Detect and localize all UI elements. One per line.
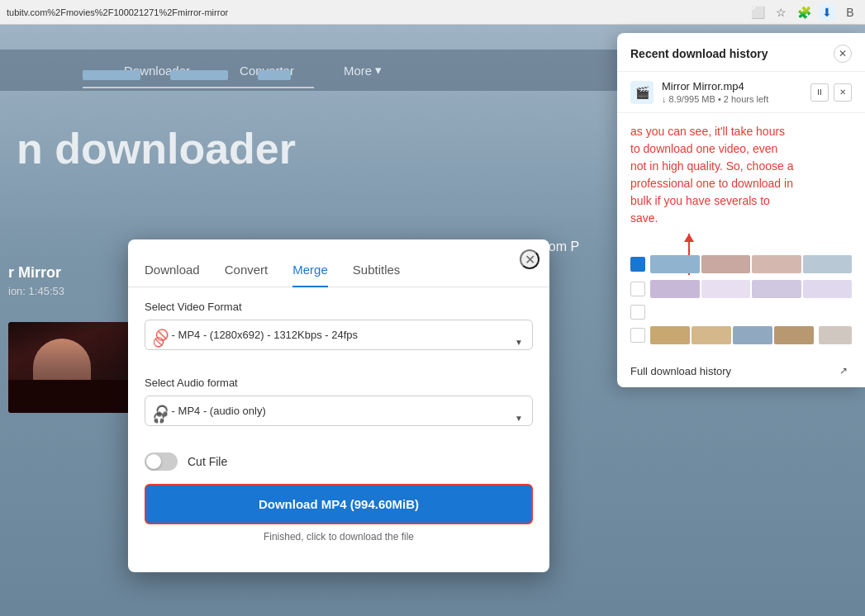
download-mp4-button[interactable]: Download MP4 (994.60MiB) (145, 484, 533, 524)
dialog-close-button[interactable]: ✕ (520, 249, 539, 269)
nav-more[interactable]: More ▾ (344, 63, 382, 78)
website-heading: n downloader (17, 124, 296, 173)
cancel-download-button[interactable]: ✕ (834, 83, 852, 102)
history-item-name: Mirror Mirror.mp4 (662, 80, 802, 92)
progress-bar-1 (83, 70, 140, 80)
movie-thumbnail (8, 322, 132, 413)
thumb-row-3 (630, 301, 852, 323)
cut-file-toggle[interactable] (145, 453, 178, 471)
thumb-row-1 (630, 252, 852, 277)
annotation-text: as you can see, it'll take hours to down… (630, 123, 796, 227)
audio-format-wrapper[interactable]: 🎧 - MP4 - (audio only) 🎧 (145, 396, 533, 439)
thumb-icon-4 (630, 328, 645, 343)
chevron-down-icon: ▾ (375, 63, 382, 78)
browser-chrome: tubitv.com%2Fmovies%2F100021271%2Fmirror… (0, 0, 865, 25)
history-item-progress: ↓ 8.9/995 MB • 2 hours left (662, 94, 802, 104)
thumb-extra (819, 326, 852, 344)
history-panel: Recent download history ✕ 🎬 Mirror Mirro… (617, 33, 865, 387)
thumb-grid-2 (650, 280, 852, 298)
tab-merge[interactable]: Merge (292, 253, 328, 287)
url-bar: tubitv.com%2Fmovies%2F100021271%2Fmirror… (7, 7, 749, 17)
dialog-body: Select Video Format 🚫 - MP4 - (1280x692)… (128, 287, 549, 556)
download-hint: Finished, click to download the file (145, 531, 533, 543)
history-item-info: Mirror Mirror.mp4 ↓ 8.9/995 MB • 2 hours… (662, 80, 802, 104)
history-title: Recent download history (630, 47, 768, 60)
browser-icon[interactable]: ⬜ (749, 4, 766, 21)
history-close-button[interactable]: ✕ (834, 45, 852, 63)
annotation-container: as you can see, it'll take hours to down… (617, 113, 865, 252)
tab-subtitles[interactable]: Subtitles (353, 253, 401, 287)
progress-bars (83, 70, 291, 80)
tab-download[interactable]: Download (145, 253, 200, 287)
star-icon[interactable]: ☆ (772, 4, 789, 21)
annotation-arrow (680, 234, 852, 242)
movie-duration: ion: 1:45:53 (8, 285, 64, 297)
full-history-link[interactable]: Full download history (630, 365, 731, 377)
video-format-wrapper[interactable]: 🚫 - MP4 - (1280x692) - 1312Kbps - 24fps … (145, 320, 533, 363)
body-shape (8, 380, 132, 413)
extension-icon[interactable]: 🧩 (796, 4, 812, 21)
progress-bar-2 (170, 70, 228, 80)
thumbnail-section-1 (617, 252, 865, 354)
thumb-row-2 (630, 277, 852, 301)
thumb-grid-1 (650, 255, 852, 273)
progress-bar-3 (258, 70, 291, 80)
audio-icon: 🎧 (153, 412, 165, 424)
tab-convert[interactable]: Convert (225, 253, 269, 287)
movie-title: r Mirror (8, 264, 64, 282)
cut-file-row: Cut File (145, 453, 533, 471)
movie-info: r Mirror ion: 1:45:53 (8, 264, 64, 297)
download-dialog: ✕ Download Convert Merge Subtitles Selec… (128, 239, 549, 572)
cut-file-label: Cut File (188, 455, 227, 468)
history-item-actions: ⏸ ✕ (810, 83, 852, 102)
history-header: Recent download history ✕ (617, 33, 865, 72)
arrow-head (684, 234, 694, 242)
external-link-icon[interactable]: ↗ (835, 362, 852, 379)
video-no-icon: 🚫 (153, 336, 164, 347)
thumb-grid-4 (650, 326, 814, 344)
video-format-label: Select Video Format (145, 301, 533, 313)
thumb-icon-2 (630, 282, 645, 296)
history-item: 🎬 Mirror Mirror.mp4 ↓ 8.9/995 MB • 2 hou… (617, 72, 865, 113)
thumb-icon-3 (630, 305, 645, 320)
history-footer: Full download history ↗ (617, 354, 865, 387)
dialog-tabs: Download Convert Merge Subtitles (128, 253, 549, 287)
toggle-knob (146, 454, 161, 469)
heading-text: n downloader (17, 125, 296, 173)
thumb-row-4 (630, 323, 852, 348)
audio-format-label: Select Audio format (145, 377, 533, 389)
video-format-select[interactable]: 🚫 - MP4 - (1280x692) - 1312Kbps - 24fps (145, 320, 533, 350)
menu-icon[interactable]: B (842, 4, 858, 21)
thumb-icon-1 (630, 257, 645, 272)
browser-icons: ⬜ ☆ 🧩 ⬇ B (749, 4, 858, 21)
progress-track (83, 87, 314, 88)
audio-format-select[interactable]: 🎧 - MP4 - (audio only) (145, 396, 533, 426)
pause-button[interactable]: ⏸ (810, 83, 829, 102)
download-icon[interactable]: ⬇ (819, 4, 835, 21)
file-video-icon: 🎬 (630, 81, 654, 104)
